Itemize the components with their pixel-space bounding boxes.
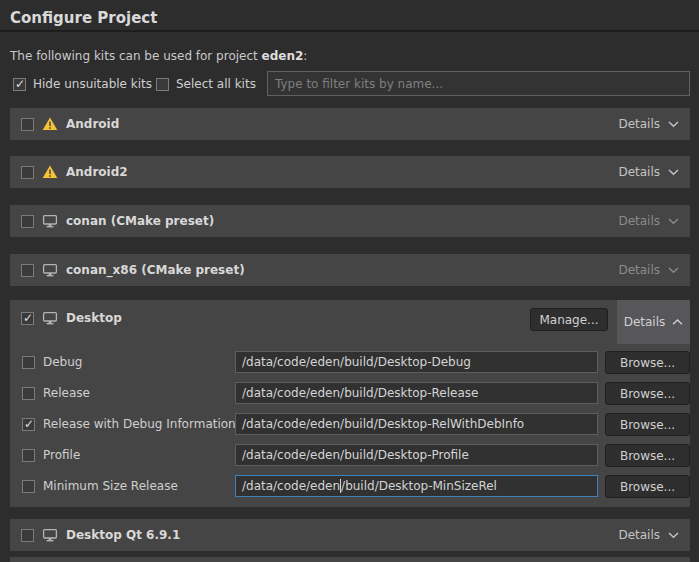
build-config-row-profile: Profile Browse...	[10, 444, 690, 466]
kit-checkbox[interactable]	[21, 118, 34, 131]
chevron-down-icon	[668, 218, 679, 225]
intro-suffix: :	[303, 49, 307, 63]
details-button-expanded[interactable]: Details	[617, 300, 690, 344]
kit-row-conan-x86[interactable]: conan_x86 (CMake preset) Details	[10, 254, 690, 286]
build-dir-field-relwithdebinfo[interactable]	[235, 413, 598, 435]
kit-panel-desktop: Desktop Manage... Details Debug Browse..…	[10, 300, 690, 507]
title-separator	[0, 30, 699, 32]
config-checkbox[interactable]	[22, 387, 35, 400]
config-checkbox[interactable]	[22, 356, 35, 369]
kit-row-partial	[10, 557, 690, 562]
config-label: Debug	[43, 355, 82, 369]
config-checkbox[interactable]	[22, 480, 35, 493]
kit-checkbox[interactable]	[21, 215, 34, 228]
browse-button[interactable]: Browse...	[605, 351, 690, 374]
details-label: Details	[618, 528, 660, 542]
config-label: Minimum Size Release	[43, 479, 178, 493]
warning-icon	[42, 117, 58, 131]
chevron-down-icon	[668, 169, 679, 176]
build-config-row-release: Release Browse...	[10, 382, 690, 404]
desktop-icon	[42, 214, 58, 228]
kit-row-android[interactable]: Android Details	[10, 108, 690, 140]
kit-checkbox[interactable]	[21, 166, 34, 179]
chevron-up-icon	[672, 319, 683, 326]
intro-text: The following kits can be used for proje…	[10, 49, 307, 63]
build-config-row-debug: Debug Browse...	[10, 351, 690, 373]
kit-name: conan_x86 (CMake preset)	[66, 263, 245, 277]
kit-name: Android	[66, 117, 119, 131]
details-button[interactable]: Details	[618, 214, 679, 228]
kit-row-android2[interactable]: Android2 Details	[10, 156, 690, 188]
chevron-down-icon	[668, 532, 679, 539]
field-text-before-caret: /data/code/eden	[242, 479, 340, 493]
project-name: eden2	[262, 49, 304, 63]
config-label: Profile	[43, 448, 80, 462]
kit-filter-input[interactable]	[267, 71, 690, 96]
kit-checkbox[interactable]	[21, 264, 34, 277]
desktop-icon	[42, 528, 58, 542]
details-label: Details	[618, 117, 660, 131]
chevron-down-icon	[668, 121, 679, 128]
checkbox-unchecked-icon[interactable]	[156, 78, 169, 91]
details-button[interactable]: Details	[618, 528, 679, 542]
kit-checkbox[interactable]	[21, 312, 34, 325]
details-label: Details	[618, 165, 660, 179]
details-button[interactable]: Details	[618, 263, 679, 277]
checkbox-checked-icon[interactable]	[13, 78, 26, 91]
details-label: Details	[624, 315, 666, 329]
build-dir-field-debug[interactable]	[235, 351, 598, 373]
kit-name: conan (CMake preset)	[66, 214, 214, 228]
details-label: Details	[618, 214, 660, 228]
select-all-kits-checkbox[interactable]: Select all kits	[156, 77, 256, 91]
kit-row-desktop-qt-691[interactable]: Desktop Qt 6.9.1 Details	[10, 519, 690, 551]
details-button[interactable]: Details	[618, 117, 679, 131]
browse-button[interactable]: Browse...	[605, 444, 690, 467]
build-dir-field-profile[interactable]	[235, 444, 598, 466]
config-label: Release	[43, 386, 90, 400]
select-all-kits-label: Select all kits	[176, 77, 256, 91]
manage-button[interactable]: Manage...	[530, 308, 608, 331]
desktop-icon	[42, 263, 58, 277]
build-dir-field-release[interactable]	[235, 382, 598, 404]
hide-unsuitable-kits-label: Hide unsuitable kits	[33, 77, 152, 91]
chevron-down-icon	[668, 267, 679, 274]
browse-button[interactable]: Browse...	[605, 413, 690, 436]
browse-button[interactable]: Browse...	[605, 382, 690, 405]
kit-name: Android2	[66, 165, 128, 179]
build-dir-field-minsizerel-focused[interactable]: /data/code/eden/build/Desktop-MinSizeRel	[235, 475, 598, 497]
build-config-row-minsizerel: Minimum Size Release /data/code/eden/bui…	[10, 475, 690, 497]
warning-icon	[42, 165, 58, 179]
field-text-after-caret: /build/Desktop-MinSizeRel	[341, 479, 497, 493]
kit-row-conan[interactable]: conan (CMake preset) Details	[10, 205, 690, 237]
browse-button[interactable]: Browse...	[605, 475, 690, 498]
kit-name: Desktop	[66, 311, 122, 325]
config-checkbox[interactable]	[22, 449, 35, 462]
build-config-row-relwithdebinfo: Release with Debug Information Browse...	[10, 413, 690, 435]
kit-row-desktop[interactable]: Desktop	[21, 311, 122, 325]
hide-unsuitable-kits-checkbox[interactable]: Hide unsuitable kits	[13, 77, 152, 91]
intro-prefix: The following kits can be used for proje…	[10, 49, 262, 63]
desktop-icon	[42, 311, 58, 325]
details-label: Details	[618, 263, 660, 277]
kit-name: Desktop Qt 6.9.1	[66, 528, 180, 542]
kit-checkbox[interactable]	[21, 529, 34, 542]
config-label: Release with Debug Information	[43, 417, 236, 431]
page-title: Configure Project	[10, 9, 157, 27]
config-checkbox[interactable]	[22, 418, 35, 431]
details-button[interactable]: Details	[618, 165, 679, 179]
